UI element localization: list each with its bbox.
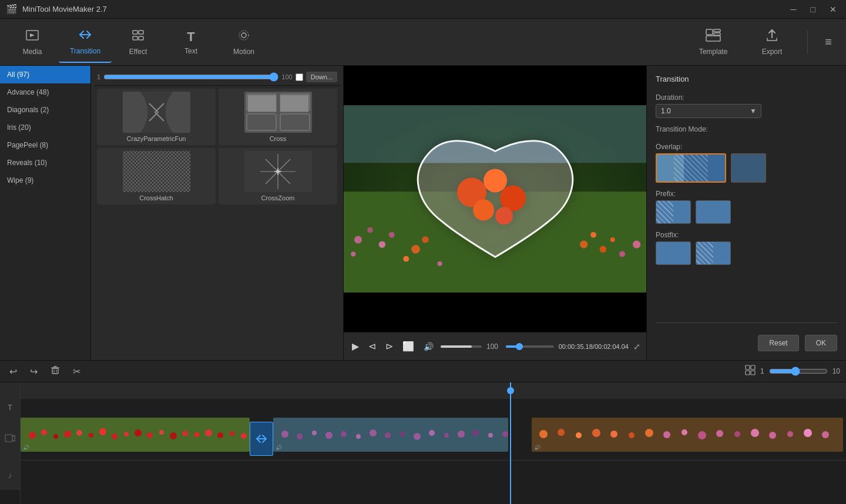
svg-rect-14 bbox=[280, 94, 310, 110]
video-clip-2[interactable]: 🔊 bbox=[273, 418, 508, 452]
filter-index: 1 bbox=[97, 73, 100, 80]
transition-crosszoom-label: CrossZoom bbox=[261, 194, 295, 201]
svg-point-91 bbox=[297, 434, 303, 439]
filter-value: 100 bbox=[281, 73, 292, 80]
volume-btn[interactable]: 🔊 bbox=[421, 340, 436, 354]
motion-label: Motion bbox=[233, 48, 254, 56]
svg-rect-12 bbox=[244, 92, 312, 133]
sidebar-item-wipe[interactable]: Wipe (9) bbox=[0, 172, 90, 189]
text-track: T bbox=[0, 399, 846, 416]
music-track-icon: ♪ bbox=[0, 461, 21, 490]
reset-btn[interactable]: Reset bbox=[758, 335, 798, 351]
minimize-btn[interactable]: ─ bbox=[787, 4, 800, 15]
svg-rect-2 bbox=[139, 31, 143, 34]
toolbar-export[interactable]: Export bbox=[746, 22, 798, 63]
svg-point-107 bbox=[539, 430, 548, 438]
maximize-btn[interactable]: □ bbox=[807, 4, 819, 15]
toolbar-motion[interactable]: Motion bbox=[217, 22, 270, 63]
svg-point-72 bbox=[53, 434, 58, 439]
sidebar-item-diagonals[interactable]: Diagonals (2) bbox=[0, 101, 90, 119]
ruler-playhead-dot bbox=[507, 387, 514, 394]
svg-point-77 bbox=[112, 434, 118, 439]
svg-point-73 bbox=[64, 431, 71, 438]
bottom-controls: ↩ ↪ ✂ 1 10 bbox=[0, 360, 846, 382]
overlap-option-2[interactable] bbox=[731, 153, 766, 183]
svg-point-75 bbox=[89, 433, 93, 438]
volume-bar[interactable] bbox=[441, 345, 482, 348]
cut-btn[interactable]: ✂ bbox=[69, 364, 84, 379]
clip1-sound-icon: 🔊 bbox=[23, 445, 29, 451]
overlap-option-1[interactable] bbox=[656, 153, 726, 183]
window-controls: ─ □ ✕ bbox=[787, 4, 840, 15]
svg-point-99 bbox=[414, 433, 421, 440]
svg-point-109 bbox=[576, 432, 582, 438]
video-canvas bbox=[344, 66, 646, 332]
duration-select[interactable]: 1.0 0.5 1.5 2.0 bbox=[656, 104, 761, 118]
right-panel: Transition Duration: 1.0 0.5 1.5 2.0 ▼ T… bbox=[646, 66, 846, 360]
svg-point-5 bbox=[241, 33, 246, 38]
svg-point-36 bbox=[379, 241, 385, 247]
video-clip-1[interactable]: 🔊 bbox=[21, 418, 250, 452]
svg-point-119 bbox=[751, 429, 759, 437]
hamburger-menu[interactable]: ≡ bbox=[817, 22, 840, 63]
clip2-sound-icon: 🔊 bbox=[276, 445, 282, 451]
toolbar-separator bbox=[807, 31, 808, 54]
filter-slider[interactable] bbox=[103, 72, 278, 82]
transition-preview-crosshatch bbox=[123, 151, 190, 192]
transition-crosshatch[interactable]: CrossHatch bbox=[97, 148, 216, 204]
progress-bar[interactable] bbox=[506, 345, 554, 348]
postfix-option-1[interactable] bbox=[656, 241, 691, 265]
svg-point-80 bbox=[147, 432, 153, 438]
video-clip-3[interactable]: 🔊 bbox=[532, 418, 843, 452]
transition-cross[interactable]: Cross bbox=[219, 89, 337, 145]
undo-btn[interactable]: ↩ bbox=[6, 364, 21, 379]
sidebar-item-all[interactable]: All (97) bbox=[0, 66, 90, 83]
filter-checkbox[interactable] bbox=[296, 73, 303, 81]
step-back-btn[interactable]: ⊲ bbox=[366, 338, 378, 354]
progress-thumb bbox=[516, 343, 523, 350]
video-preview: ▶ ⊲ ⊳ ⬜ 🔊 100 00:00:35.18/00:02:04.04 ⤢ bbox=[344, 66, 646, 360]
panel-title: Transition bbox=[656, 75, 837, 83]
sidebar-item-reveals[interactable]: Reveals (10) bbox=[0, 154, 90, 172]
time-display: 00:00:35.18/00:02:04.04 bbox=[559, 343, 629, 350]
filter-download-btn[interactable]: Down... bbox=[306, 72, 337, 82]
redo-btn[interactable]: ↪ bbox=[26, 364, 41, 379]
sidebar-item-iris[interactable]: Iris (20) bbox=[0, 119, 90, 136]
effect-icon bbox=[131, 29, 145, 45]
transition-crosszoom[interactable]: CrossZoom bbox=[219, 148, 337, 204]
toolbar-text[interactable]: T Text bbox=[164, 22, 217, 63]
svg-point-114 bbox=[663, 431, 670, 438]
postfix-option-2[interactable] bbox=[696, 241, 731, 265]
prefix-option-2[interactable] bbox=[696, 200, 731, 224]
toolbar-effect[interactable]: Effect bbox=[112, 22, 164, 63]
svg-point-37 bbox=[351, 251, 355, 256]
panel-divider bbox=[656, 322, 837, 323]
close-btn[interactable]: ✕ bbox=[826, 4, 840, 15]
step-forward-btn[interactable]: ⊳ bbox=[383, 338, 395, 354]
toolbar-right: Template Export ≡ bbox=[687, 22, 840, 63]
play-btn[interactable]: ▶ bbox=[350, 338, 361, 354]
transition-crazy[interactable]: CrazyParametricFun bbox=[97, 89, 216, 145]
sidebar-item-advance[interactable]: Advance (48) bbox=[0, 83, 90, 101]
transition-preview-crazy bbox=[123, 92, 190, 133]
transition-between-1-2[interactable] bbox=[250, 422, 273, 456]
toolbar-transition[interactable]: Transition bbox=[59, 22, 112, 63]
postfix-options bbox=[656, 241, 837, 265]
stop-btn[interactable]: ⬜ bbox=[400, 338, 417, 354]
grid-btn[interactable] bbox=[745, 365, 756, 378]
effect-label: Effect bbox=[129, 48, 147, 56]
svg-point-92 bbox=[312, 431, 317, 435]
prefix-option-1[interactable] bbox=[656, 200, 691, 224]
zoom-slider[interactable] bbox=[769, 367, 828, 376]
sidebar-item-pagepeel[interactable]: PagePeel (8) bbox=[0, 136, 90, 154]
delete-btn[interactable] bbox=[47, 363, 63, 379]
svg-point-100 bbox=[429, 430, 435, 436]
toolbar-media[interactable]: Media bbox=[6, 22, 59, 63]
fullscreen-btn[interactable]: ⤢ bbox=[633, 342, 640, 351]
toolbar-template[interactable]: Template bbox=[687, 22, 740, 63]
svg-point-83 bbox=[182, 431, 188, 436]
svg-point-44 bbox=[600, 246, 606, 253]
svg-point-76 bbox=[99, 428, 106, 435]
ok-btn[interactable]: OK bbox=[805, 335, 837, 351]
svg-rect-8 bbox=[714, 29, 720, 32]
